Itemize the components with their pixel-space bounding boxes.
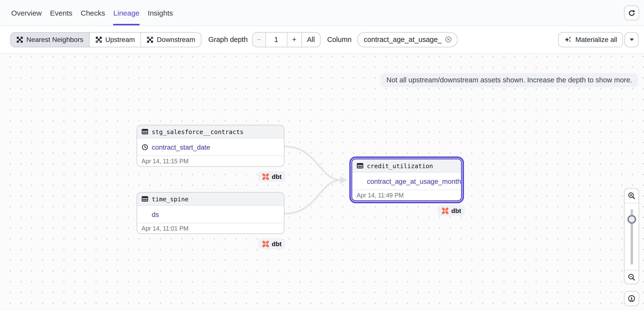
- lineage-toolbar: Nearest Neighbors Upstream: [0, 26, 644, 54]
- node-timestamp: Apr 14, 11:01 PM: [137, 223, 284, 234]
- depth-notice: Not all upstream/downstream assets shown…: [380, 73, 638, 87]
- materialize-controls: Materialize all: [558, 32, 639, 47]
- dbt-logo-icon: [262, 173, 269, 180]
- sparkles-icon: [564, 35, 572, 43]
- node-header: time_spine: [137, 193, 284, 206]
- dbt-logo-icon: [442, 207, 449, 214]
- column-filter-value: contract_age_at_usage_: [364, 35, 442, 43]
- graph-depth-stepper: − 1 + All: [252, 32, 320, 47]
- depth-value[interactable]: 1: [265, 32, 287, 46]
- tab-checks[interactable]: Checks: [81, 0, 105, 25]
- asset-node-time-spine[interactable]: time_spine ds Apr 14, 11:01 PM: [136, 192, 284, 234]
- asset-node-stg-salesforce-contracts[interactable]: stg_salesforce__contracts contract_start…: [136, 125, 284, 167]
- zoom-out-icon: [628, 273, 636, 281]
- node-header: credit_utilization: [352, 159, 461, 173]
- mode-upstream[interactable]: Upstream: [89, 32, 140, 46]
- table-icon: [357, 162, 364, 169]
- zoom-in-icon: [628, 192, 636, 200]
- depth-decrement-button[interactable]: −: [252, 32, 265, 46]
- dbt-badge: dbt: [258, 171, 286, 182]
- dbt-logo-icon: [262, 240, 269, 247]
- column-name: contract_start_date: [152, 143, 210, 151]
- dbt-badge-label: dbt: [272, 240, 282, 247]
- node-timestamp: Apr 14, 11:15 PM: [137, 155, 284, 166]
- lineage-canvas[interactable]: Not all upstream/downstream assets shown…: [0, 54, 644, 311]
- downstream-icon: [147, 36, 154, 43]
- tabs: Overview Events Checks Lineage Insights: [0, 0, 173, 25]
- clock-icon: [142, 144, 148, 150]
- materialize-dropdown-button[interactable]: [624, 32, 639, 47]
- recenter-icon: [628, 295, 636, 303]
- materialize-all-label: Materialize all: [576, 35, 617, 43]
- column-name: contract_age_at_usage_month: [367, 177, 461, 185]
- mode-downstream[interactable]: Downstream: [141, 32, 201, 46]
- tab-events[interactable]: Events: [50, 0, 72, 25]
- dbt-badge-label: dbt: [451, 207, 461, 214]
- asset-node-credit-utilization[interactable]: credit_utilization contract_age_at_usage…: [351, 158, 462, 201]
- mode-nearest-neighbors[interactable]: Nearest Neighbors: [11, 32, 89, 46]
- column-filter-chip[interactable]: contract_age_at_usage_: [357, 32, 458, 47]
- column-filter-label: Column: [327, 35, 352, 43]
- tab-lineage[interactable]: Lineage: [114, 0, 140, 25]
- zoom-panel: [624, 188, 639, 284]
- dbt-badge: dbt: [438, 205, 465, 216]
- table-icon: [142, 196, 148, 202]
- asset-lineage-page: Overview Events Checks Lineage Insights: [0, 0, 644, 311]
- graph-depth-label: Graph depth: [208, 35, 248, 43]
- node-timestamp: Apr 14, 11:49 PM: [352, 190, 461, 200]
- zoom-in-button[interactable]: [624, 189, 639, 203]
- node-title: credit_utilization: [367, 162, 433, 169]
- refresh-button[interactable]: [624, 5, 639, 20]
- node-column-row[interactable]: contract_age_at_usage_month: [352, 173, 461, 190]
- node-title: stg_salesforce__contracts: [152, 128, 244, 135]
- node-column-row[interactable]: ds: [137, 206, 284, 223]
- circle-x-icon[interactable]: [445, 35, 452, 43]
- zoom-out-button[interactable]: [624, 270, 639, 284]
- nearest-neighbors-icon: [16, 36, 23, 43]
- materialize-all-button[interactable]: Materialize all: [558, 32, 623, 47]
- recenter-button[interactable]: [624, 291, 639, 306]
- mode-label: Upstream: [105, 35, 135, 43]
- dbt-badge: dbt: [258, 238, 286, 249]
- upstream-icon: [96, 36, 102, 43]
- dbt-badge-label: dbt: [272, 173, 282, 180]
- column-icon-slot: [357, 178, 364, 185]
- tab-insights[interactable]: Insights: [148, 0, 173, 25]
- depth-all-button[interactable]: All: [301, 32, 320, 46]
- graph-mode-group: Nearest Neighbors Upstream: [10, 32, 202, 47]
- caret-down-icon: [630, 38, 634, 41]
- mode-label: Downstream: [157, 35, 195, 43]
- node-column-row[interactable]: contract_start_date: [137, 138, 284, 155]
- lineage-edges: [0, 54, 644, 311]
- zoom-slider: [624, 203, 639, 270]
- mode-label: Nearest Neighbors: [26, 35, 83, 43]
- zoom-slider-handle[interactable]: [627, 215, 636, 224]
- node-title: time_spine: [152, 195, 188, 203]
- table-icon: [142, 128, 148, 135]
- tab-overview[interactable]: Overview: [11, 0, 42, 25]
- column-icon-slot: [142, 211, 148, 218]
- refresh-icon: [627, 8, 636, 17]
- column-name: ds: [152, 210, 159, 218]
- node-header: stg_salesforce__contracts: [137, 125, 284, 138]
- tab-bar: Overview Events Checks Lineage Insights: [0, 0, 644, 26]
- depth-increment-button[interactable]: +: [287, 32, 301, 46]
